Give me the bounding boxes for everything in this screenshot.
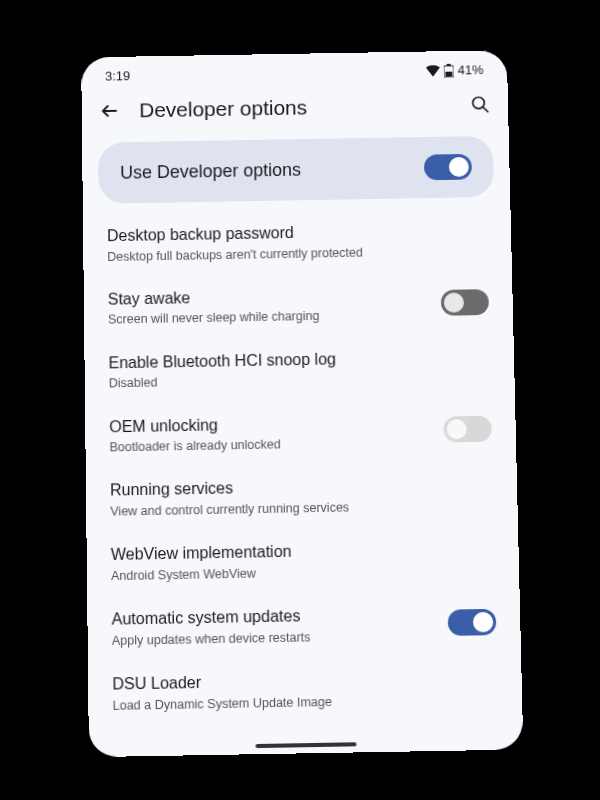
setting-oem-unlocking[interactable]: OEM unlockingBootloader is already unloc…	[109, 397, 492, 468]
setting-text: Desktop backup passwordDesktop full back…	[107, 219, 488, 265]
status-right: 41%	[426, 62, 484, 78]
app-header: Developer options	[81, 80, 508, 138]
setting-subtitle: Apply updates when device restarts	[112, 627, 436, 649]
setting-text: DSU LoaderLoad a Dynamic System Update I…	[112, 666, 498, 713]
setting-subtitle: Bootloader is already unlocked	[109, 434, 432, 456]
setting-text: OEM unlockingBootloader is already unloc…	[109, 410, 432, 456]
setting-subtitle: Screen will never sleep while charging	[108, 306, 429, 328]
svg-rect-2	[445, 71, 452, 76]
setting-running-services[interactable]: Running servicesView and control current…	[110, 461, 494, 532]
search-button[interactable]	[468, 93, 492, 117]
status-time: 3:19	[105, 68, 130, 83]
wifi-icon	[426, 65, 440, 77]
setting-text: Automatic system updatesApply updates wh…	[111, 603, 436, 649]
master-toggle-switch[interactable]	[424, 154, 472, 180]
setting-title: Stay awake	[108, 283, 429, 310]
nav-indicator[interactable]	[256, 742, 357, 748]
setting-text: Stay awakeScreen will never sleep while …	[108, 283, 430, 328]
toggle-auto-updates[interactable]	[448, 609, 497, 636]
battery-percent: 41%	[457, 62, 483, 77]
setting-text: Running servicesView and control current…	[110, 473, 494, 520]
setting-desktop-backup[interactable]: Desktop backup passwordDesktop full back…	[107, 207, 488, 277]
setting-text: WebView implementationAndroid System Web…	[111, 537, 495, 584]
setting-auto-updates[interactable]: Automatic system updatesApply updates wh…	[111, 590, 497, 661]
setting-title: OEM unlocking	[109, 410, 432, 437]
setting-webview-impl[interactable]: WebView implementationAndroid System Web…	[111, 525, 496, 596]
setting-bt-hci-snoop[interactable]: Enable Bluetooth HCI snoop logDisabled	[108, 334, 491, 404]
toggle-oem-unlocking[interactable]	[443, 416, 492, 443]
setting-title: Automatic system updates	[111, 603, 435, 631]
phone-frame: 3:19 41% Developer options Use Developer…	[81, 50, 523, 757]
setting-dsu-loader[interactable]: DSU LoaderLoad a Dynamic System Update I…	[112, 654, 498, 726]
toggle-stay-awake[interactable]	[441, 289, 489, 316]
page-title: Developer options	[139, 93, 451, 122]
svg-line-4	[483, 107, 488, 112]
setting-stay-awake[interactable]: Stay awakeScreen will never sleep while …	[108, 270, 490, 340]
settings-list: Desktop backup passwordDesktop full back…	[83, 206, 523, 726]
battery-icon	[444, 63, 454, 77]
master-toggle-card[interactable]: Use Developer options	[98, 136, 494, 204]
master-toggle-label: Use Developer options	[120, 159, 301, 183]
setting-text: Enable Bluetooth HCI snoop logDisabled	[108, 345, 490, 391]
back-button[interactable]	[97, 99, 121, 123]
